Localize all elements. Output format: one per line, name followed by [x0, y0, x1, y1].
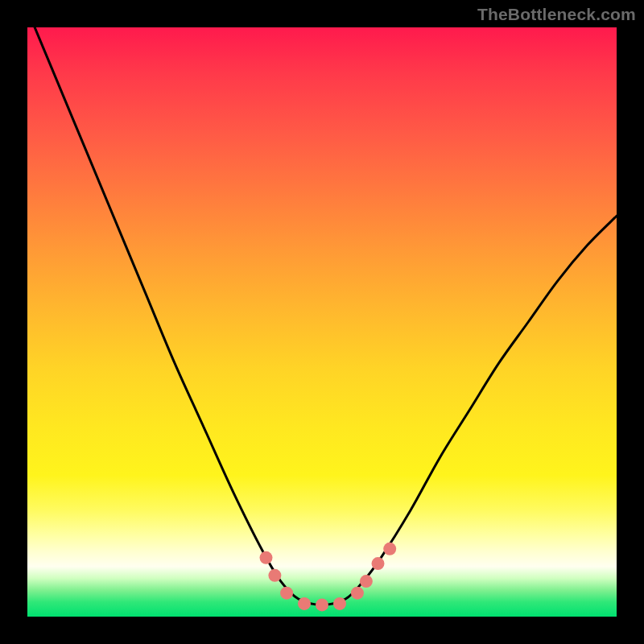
marker-dot: [280, 587, 293, 600]
marker-dot: [360, 575, 373, 588]
curve-layer: [27, 27, 617, 617]
marker-dot: [268, 569, 281, 582]
highlight-markers: [260, 543, 397, 612]
marker-dot: [316, 598, 328, 611]
marker-dot: [333, 597, 346, 610]
bottleneck-curve: [27, 27, 617, 605]
marker-dot: [383, 543, 396, 555]
marker-dot: [298, 597, 311, 610]
chart-frame: TheBottleneck.com: [0, 0, 644, 644]
marker-dot: [351, 587, 364, 600]
marker-dot: [260, 551, 273, 564]
watermark-text: TheBottleneck.com: [477, 5, 636, 24]
marker-dot: [372, 557, 385, 570]
plot-area: [27, 27, 617, 617]
